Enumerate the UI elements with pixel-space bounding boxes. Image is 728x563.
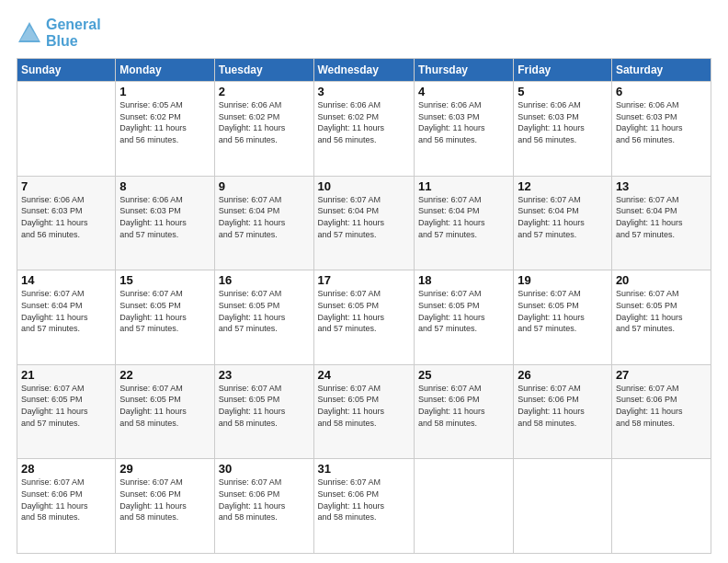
day-number: 11: [418, 179, 509, 193]
day-info: Sunrise: 6:07 AMSunset: 6:05 PMDaylight:…: [318, 288, 410, 334]
day-number: 6: [616, 85, 707, 98]
day-info: Sunrise: 6:06 AMSunset: 6:02 PMDaylight:…: [219, 99, 310, 145]
header-day-monday: Monday: [116, 59, 214, 82]
calendar-cell: 22Sunrise: 6:07 AMSunset: 6:05 PMDayligh…: [116, 364, 214, 459]
calendar-cell: 21Sunrise: 6:07 AMSunset: 6:05 PMDayligh…: [17, 364, 116, 459]
day-number: 10: [318, 179, 410, 193]
day-number: 12: [518, 179, 608, 193]
day-number: 25: [418, 368, 509, 382]
calendar-cell: 27Sunrise: 6:07 AMSunset: 6:06 PMDayligh…: [611, 364, 711, 459]
day-number: 15: [119, 273, 210, 287]
calendar-cell: 18Sunrise: 6:07 AMSunset: 6:05 PMDayligh…: [414, 270, 513, 365]
svg-marker-1: [20, 26, 39, 40]
calendar-cell: 1Sunrise: 6:05 AMSunset: 6:02 PMDaylight…: [116, 82, 214, 177]
calendar-cell: 2Sunrise: 6:06 AMSunset: 6:02 PMDaylight…: [214, 82, 313, 177]
day-number: 17: [318, 273, 410, 287]
week-row-4: 21Sunrise: 6:07 AMSunset: 6:05 PMDayligh…: [17, 364, 711, 459]
day-number: 7: [21, 179, 111, 193]
day-info: Sunrise: 6:07 AMSunset: 6:06 PMDaylight:…: [21, 477, 111, 523]
day-number: 29: [119, 462, 210, 476]
header-day-saturday: Saturday: [611, 59, 711, 82]
page: General Blue SundayMondayTuesdayWednesda…: [0, 0, 728, 563]
day-info: Sunrise: 6:07 AMSunset: 6:05 PMDaylight:…: [418, 288, 509, 334]
day-number: 3: [318, 85, 410, 98]
header-day-thursday: Thursday: [414, 59, 513, 82]
calendar-cell: 3Sunrise: 6:06 AMSunset: 6:02 PMDaylight…: [313, 82, 414, 177]
day-info: Sunrise: 6:07 AMSunset: 6:04 PMDaylight:…: [219, 194, 310, 240]
day-number: 4: [418, 85, 509, 98]
header: General Blue: [17, 17, 711, 49]
calendar-cell: 26Sunrise: 6:07 AMSunset: 6:06 PMDayligh…: [514, 364, 612, 459]
day-info: Sunrise: 6:07 AMSunset: 6:04 PMDaylight:…: [616, 194, 707, 240]
calendar-cell: 5Sunrise: 6:06 AMSunset: 6:03 PMDaylight…: [514, 82, 612, 177]
calendar-cell: 31Sunrise: 6:07 AMSunset: 6:06 PMDayligh…: [313, 459, 414, 554]
header-day-wednesday: Wednesday: [313, 59, 414, 82]
day-number: 14: [21, 273, 111, 287]
calendar-cell: 19Sunrise: 6:07 AMSunset: 6:05 PMDayligh…: [514, 270, 612, 365]
day-info: Sunrise: 6:07 AMSunset: 6:04 PMDaylight:…: [318, 194, 410, 240]
day-number: 30: [219, 462, 310, 476]
calendar-table: SundayMondayTuesdayWednesdayThursdayFrid…: [17, 58, 711, 554]
day-number: 23: [219, 368, 310, 382]
day-info: Sunrise: 6:06 AMSunset: 6:03 PMDaylight:…: [21, 194, 111, 240]
day-number: 8: [119, 179, 210, 193]
day-number: 28: [21, 462, 111, 476]
day-number: 20: [616, 273, 707, 287]
day-number: 26: [518, 368, 608, 382]
day-info: Sunrise: 6:07 AMSunset: 6:06 PMDaylight:…: [616, 383, 707, 429]
header-day-sunday: Sunday: [17, 59, 116, 82]
day-info: Sunrise: 6:07 AMSunset: 6:05 PMDaylight:…: [318, 383, 410, 429]
day-number: 16: [219, 273, 310, 287]
calendar-cell: 16Sunrise: 6:07 AMSunset: 6:05 PMDayligh…: [214, 270, 313, 365]
week-row-1: 1Sunrise: 6:05 AMSunset: 6:02 PMDaylight…: [17, 82, 711, 177]
day-info: Sunrise: 6:07 AMSunset: 6:05 PMDaylight:…: [21, 383, 111, 429]
calendar-cell: 20Sunrise: 6:07 AMSunset: 6:05 PMDayligh…: [611, 270, 711, 365]
day-number: 19: [518, 273, 608, 287]
calendar-cell: 7Sunrise: 6:06 AMSunset: 6:03 PMDaylight…: [17, 176, 116, 270]
header-row: SundayMondayTuesdayWednesdayThursdayFrid…: [17, 59, 711, 82]
day-info: Sunrise: 6:07 AMSunset: 6:04 PMDaylight:…: [21, 288, 111, 334]
day-info: Sunrise: 6:07 AMSunset: 6:05 PMDaylight:…: [119, 288, 210, 334]
day-info: Sunrise: 6:07 AMSunset: 6:05 PMDaylight:…: [518, 288, 608, 334]
day-number: 22: [119, 368, 210, 382]
day-info: Sunrise: 6:07 AMSunset: 6:06 PMDaylight:…: [119, 477, 210, 523]
calendar-cell: 9Sunrise: 6:07 AMSunset: 6:04 PMDaylight…: [214, 176, 313, 270]
day-info: Sunrise: 6:07 AMSunset: 6:05 PMDaylight:…: [219, 383, 310, 429]
header-day-friday: Friday: [514, 59, 612, 82]
day-info: Sunrise: 6:07 AMSunset: 6:06 PMDaylight:…: [418, 383, 509, 429]
calendar-cell: [414, 459, 513, 554]
calendar-cell: 12Sunrise: 6:07 AMSunset: 6:04 PMDayligh…: [514, 176, 612, 270]
calendar-cell: 15Sunrise: 6:07 AMSunset: 6:05 PMDayligh…: [116, 270, 214, 365]
logo-text: General Blue: [46, 17, 101, 49]
calendar-cell: 13Sunrise: 6:07 AMSunset: 6:04 PMDayligh…: [611, 176, 711, 270]
logo-icon: [17, 20, 42, 46]
day-number: 31: [318, 462, 410, 476]
day-info: Sunrise: 6:06 AMSunset: 6:03 PMDaylight:…: [418, 99, 509, 145]
day-info: Sunrise: 6:06 AMSunset: 6:02 PMDaylight:…: [318, 99, 410, 145]
day-number: 9: [219, 179, 310, 193]
header-day-tuesday: Tuesday: [214, 59, 313, 82]
calendar-cell: 28Sunrise: 6:07 AMSunset: 6:06 PMDayligh…: [17, 459, 116, 554]
day-info: Sunrise: 6:06 AMSunset: 6:03 PMDaylight:…: [119, 194, 210, 240]
day-number: 24: [318, 368, 410, 382]
calendar-cell: 17Sunrise: 6:07 AMSunset: 6:05 PMDayligh…: [313, 270, 414, 365]
week-row-2: 7Sunrise: 6:06 AMSunset: 6:03 PMDaylight…: [17, 176, 711, 270]
calendar-cell: 8Sunrise: 6:06 AMSunset: 6:03 PMDaylight…: [116, 176, 214, 270]
day-number: 1: [119, 85, 210, 98]
day-info: Sunrise: 6:07 AMSunset: 6:06 PMDaylight:…: [318, 477, 410, 523]
day-info: Sunrise: 6:07 AMSunset: 6:04 PMDaylight:…: [418, 194, 509, 240]
day-number: 2: [219, 85, 310, 98]
calendar-cell: 23Sunrise: 6:07 AMSunset: 6:05 PMDayligh…: [214, 364, 313, 459]
week-row-5: 28Sunrise: 6:07 AMSunset: 6:06 PMDayligh…: [17, 459, 711, 554]
calendar-cell: [17, 82, 116, 177]
day-info: Sunrise: 6:07 AMSunset: 6:05 PMDaylight:…: [219, 288, 310, 334]
calendar-cell: 24Sunrise: 6:07 AMSunset: 6:05 PMDayligh…: [313, 364, 414, 459]
day-info: Sunrise: 6:07 AMSunset: 6:05 PMDaylight:…: [616, 288, 707, 334]
day-info: Sunrise: 6:06 AMSunset: 6:03 PMDaylight:…: [518, 99, 608, 145]
calendar-cell: 25Sunrise: 6:07 AMSunset: 6:06 PMDayligh…: [414, 364, 513, 459]
day-info: Sunrise: 6:07 AMSunset: 6:06 PMDaylight:…: [518, 383, 608, 429]
day-number: 18: [418, 273, 509, 287]
day-info: Sunrise: 6:06 AMSunset: 6:03 PMDaylight:…: [616, 99, 707, 145]
day-number: 27: [616, 368, 707, 382]
day-number: 5: [518, 85, 608, 98]
